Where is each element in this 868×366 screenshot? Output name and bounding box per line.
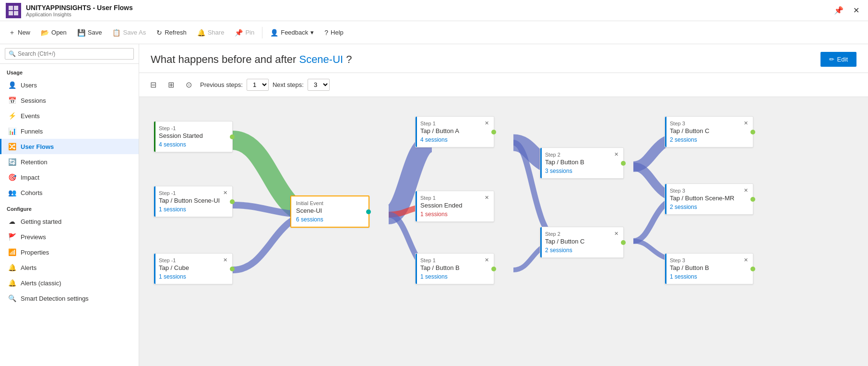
refresh-label: Refresh xyxy=(165,29,187,36)
page-title-highlight: Scene-UI xyxy=(299,53,343,65)
close-icon[interactable]: ✕ xyxy=(223,190,227,195)
node-sessions[interactable]: 2 sessions xyxy=(545,247,584,254)
sidebar-item-alerts-classic[interactable]: 🔔 Alerts (classic) xyxy=(0,275,139,291)
node-step: Step -1 xyxy=(159,190,220,196)
save-as-label: Save As xyxy=(123,29,146,36)
close-icon[interactable]: ✕ xyxy=(744,121,748,126)
next-steps-label: Next steps: xyxy=(273,81,304,88)
node-sessions[interactable]: 4 sessions xyxy=(159,141,203,148)
node-step: Step -1 xyxy=(159,257,189,263)
close-icon[interactable]: ✕ xyxy=(614,152,618,157)
edit-button[interactable]: ✏ Edit xyxy=(820,52,856,67)
node-sessions[interactable]: 1 sessions xyxy=(420,273,460,280)
sidebar-item-funnels[interactable]: 📊 Funnels xyxy=(0,123,139,139)
next-steps-select[interactable]: 1 2 3 3 xyxy=(308,79,330,91)
node-header: Step -1 Tap / Cube 1 sessions ✕ xyxy=(159,257,227,280)
sidebar-item-properties[interactable]: 📶 Properties xyxy=(0,244,139,260)
help-button[interactable]: ? Help xyxy=(320,26,348,39)
node-sessions[interactable]: 3 sessions xyxy=(545,168,584,174)
feedback-label: Feedback xyxy=(281,29,308,36)
sidebar-item-getting-started[interactable]: ☁ Getting started xyxy=(0,214,139,229)
svg-rect-1 xyxy=(14,6,18,10)
node-sessions[interactable]: 1 sessions xyxy=(670,273,709,280)
main-layout: 🔍 Usage 👤 Users 📅 Sessions ⚡ Events 📊 Fu… xyxy=(0,44,868,366)
title-bar: UNITYAPPINSIGHTS - User Flows Applicatio… xyxy=(0,0,868,21)
users-icon: 👤 xyxy=(8,81,16,89)
search-input[interactable] xyxy=(5,48,134,60)
node-sessions[interactable]: 1 sessions xyxy=(159,206,220,213)
sidebar-item-userflows[interactable]: 🔀 User Flows xyxy=(0,139,139,154)
sidebar-item-cohorts[interactable]: 👥 Cohorts xyxy=(0,185,139,200)
table-view-button[interactable]: ⊟ xyxy=(147,78,160,92)
sidebar-item-users[interactable]: 👤 Users xyxy=(0,77,139,93)
previous-steps-select[interactable]: 1 2 3 xyxy=(247,79,269,91)
cohorts-icon: 👥 xyxy=(8,189,16,196)
pin-toolbar-icon: 📌 xyxy=(235,29,243,37)
search-icon: 🔍 xyxy=(9,50,16,57)
node-step1-tap-button-a: Step 1 Tap / Button A 4 sessions ✕ xyxy=(415,116,494,147)
new-button[interactable]: ＋ New xyxy=(4,25,35,40)
pin-label: Pin xyxy=(245,29,254,36)
save-label: Save xyxy=(88,29,102,36)
sidebar-item-retention[interactable]: 🔄 Retention xyxy=(0,154,139,170)
retention-label: Retention xyxy=(21,159,48,166)
node-bar xyxy=(540,227,542,257)
pin-button[interactable]: 📌 xyxy=(831,4,846,17)
node-tap-cube: Step -1 Tap / Cube 1 sessions ✕ xyxy=(154,253,233,284)
node-bar xyxy=(416,254,417,284)
app-icon xyxy=(6,3,21,18)
close-icon[interactable]: ✕ xyxy=(485,195,489,200)
previous-steps-label: Previous steps: xyxy=(200,81,243,88)
feedback-icon: 👤 xyxy=(270,29,278,37)
node-step3-tap-button-c: Step 3 Tap / Button C 2 sessions ✕ xyxy=(665,116,753,147)
events-label: Events xyxy=(21,112,40,120)
node-sessions[interactable]: 2 sessions xyxy=(670,136,709,143)
share-icon: 🔔 xyxy=(197,29,205,37)
radial-view-button[interactable]: ⊙ xyxy=(182,78,195,92)
save-button[interactable]: 💾 Save xyxy=(72,26,107,39)
smart-detection-label: Smart Detection settings xyxy=(21,295,89,302)
flow-view-button[interactable]: ⊞ xyxy=(165,78,178,92)
node-step: Step 3 xyxy=(670,121,709,126)
steps-control: Previous steps: 1 2 3 Next steps: 1 2 3 … xyxy=(200,79,330,91)
node-dot xyxy=(750,267,755,271)
node-title: Session Started xyxy=(159,132,203,139)
toolbar: ＋ New 📂 Open 💾 Save 📋 Save As ↻ Refresh … xyxy=(0,21,868,44)
feedback-button[interactable]: 👤 Feedback ▾ xyxy=(265,26,319,39)
sidebar-item-smart-detection[interactable]: 🔍 Smart Detection settings xyxy=(0,291,139,306)
close-icon[interactable]: ✕ xyxy=(614,231,618,236)
open-button[interactable]: 📂 Open xyxy=(36,26,71,39)
node-sessions[interactable]: 1 sessions xyxy=(159,273,189,280)
sidebar-item-events[interactable]: ⚡ Events xyxy=(0,108,139,123)
node-sessions[interactable]: 1 sessions xyxy=(420,211,462,218)
node-sessions[interactable]: 6 sessions xyxy=(296,216,323,223)
sidebar-item-alerts[interactable]: 🔔 Alerts xyxy=(0,260,139,275)
close-icon[interactable]: ✕ xyxy=(485,121,489,126)
node-header: Step -1 Tap / Button Scene-UI 1 sessions… xyxy=(159,190,227,213)
sidebar-item-sessions[interactable]: 📅 Sessions xyxy=(0,93,139,108)
help-icon: ? xyxy=(324,29,328,37)
main-content: What happens before and after Scene-UI ?… xyxy=(139,44,868,366)
node-dot xyxy=(491,267,496,271)
close-icon[interactable]: ✕ xyxy=(744,257,748,263)
close-icon[interactable]: ✕ xyxy=(223,257,227,263)
retention-icon: 🔄 xyxy=(8,158,16,166)
alerts-classic-icon: 🔔 xyxy=(8,279,16,287)
close-icon[interactable]: ✕ xyxy=(485,257,489,263)
node-sessions[interactable]: 2 sessions xyxy=(670,204,734,210)
pin-toolbar-button[interactable]: 📌 Pin xyxy=(230,26,259,39)
share-button[interactable]: 🔔 Share xyxy=(192,26,229,39)
refresh-button[interactable]: ↻ Refresh xyxy=(152,26,191,39)
node-header: Step 3 Tap / Button C 2 sessions ✕ xyxy=(670,121,748,143)
sidebar-item-previews[interactable]: 🚩 Previews xyxy=(0,229,139,244)
sidebar-item-impact[interactable]: 🎯 Impact xyxy=(0,170,139,185)
node-bar xyxy=(154,254,155,284)
flow-container: Step -1 Session Started 4 sessions Step … xyxy=(149,111,820,352)
close-button[interactable]: ✕ xyxy=(850,4,862,17)
node-title: Scene-UI xyxy=(296,207,323,214)
node-dot xyxy=(230,199,235,204)
toolbar-separator xyxy=(262,27,262,38)
node-sessions[interactable]: 4 sessions xyxy=(420,136,459,143)
save-as-button[interactable]: 📋 Save As xyxy=(107,26,151,39)
close-icon[interactable]: ✕ xyxy=(744,188,748,193)
